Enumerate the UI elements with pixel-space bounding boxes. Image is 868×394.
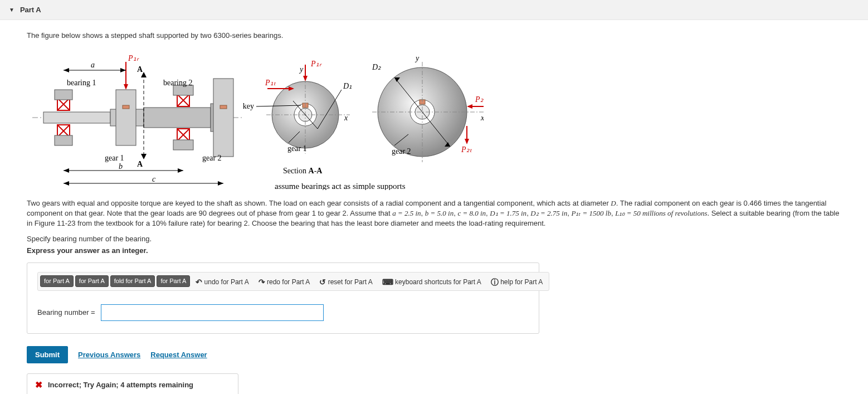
label-key: key <box>243 102 254 110</box>
toolbar: for Part A for Part A fold for Part A fo… <box>37 272 549 291</box>
label-x2: x <box>480 114 484 122</box>
redo-icon: ↷ <box>259 278 265 286</box>
label-p1r-side: P₁ᵣ <box>128 54 139 62</box>
label-section: Section A-A <box>283 167 323 175</box>
svg-rect-1 <box>43 112 110 123</box>
svg-rect-3 <box>144 108 211 128</box>
svg-marker-37 <box>64 181 69 186</box>
svg-marker-34 <box>64 168 69 173</box>
label-d2: D₂ <box>372 63 381 71</box>
express-text: Express your answer as an integer. <box>27 246 841 255</box>
help-icon: ⓘ <box>491 278 499 286</box>
label-y1: y <box>299 65 304 74</box>
previous-answers-link[interactable]: Previous Answers <box>78 351 140 359</box>
svg-marker-26 <box>124 84 128 90</box>
for-parta-button[interactable]: for Part A <box>157 275 190 287</box>
input-row: Bearing number = <box>37 304 529 321</box>
svg-rect-17 <box>116 90 136 145</box>
label-A-top: A <box>137 65 143 74</box>
label-p2t: P₂ₜ <box>461 145 472 154</box>
svg-marker-38 <box>218 181 223 186</box>
intro-text: The figure below shows a stepped shaft s… <box>27 31 841 40</box>
label-y2: y <box>415 54 420 62</box>
feedback-box: ✖ Incorrect; Try Again; 4 attempts remai… <box>27 373 238 394</box>
label-d1: D₁ <box>343 82 352 90</box>
label-p1t: P₁ₜ <box>265 79 276 87</box>
label-c: c <box>152 175 156 183</box>
fold-button[interactable]: fold for Part A <box>110 275 155 287</box>
answer-box: for Part A for Part A fold for Part A fo… <box>27 262 539 334</box>
part-header[interactable]: ▼ Part A <box>0 0 868 20</box>
input-label: Bearing number = <box>37 308 95 317</box>
svg-rect-20 <box>220 105 227 109</box>
label-gear2-sec: gear 2 <box>392 147 411 155</box>
label-gear1-sec: gear 1 <box>287 144 307 153</box>
svg-marker-48 <box>303 76 308 81</box>
label-assume: assume bearings act as simple supports <box>275 182 406 190</box>
label-bearing2: bearing 2 <box>163 79 192 87</box>
symbols-button[interactable]: for Part A <box>75 275 109 287</box>
label-bearing1: bearing 1 <box>67 79 96 87</box>
label-gear1-side: gear 1 <box>105 154 124 162</box>
label-p2r: P₂ᵣ <box>475 95 484 104</box>
label-a: a <box>91 61 95 69</box>
label-x1: x <box>344 114 348 122</box>
request-answer-link[interactable]: Request Answer <box>150 351 207 359</box>
collapse-triangle-icon[interactable]: ▼ <box>9 7 14 13</box>
feedback-message: Incorrect; Try Again; 4 attempts remaini… <box>48 381 193 389</box>
reset-icon: ↺ <box>319 278 326 286</box>
label-gear2-side: gear 2 <box>202 154 222 162</box>
label-b: b <box>119 162 123 171</box>
svg-marker-35 <box>178 168 183 173</box>
keyboard-button[interactable]: ⌨ keyboard shortcuts for Part A <box>378 275 485 288</box>
svg-marker-28 <box>141 154 147 159</box>
templates-button[interactable]: for Part A <box>40 275 74 287</box>
svg-marker-65 <box>465 139 469 144</box>
svg-rect-19 <box>213 79 233 157</box>
undo-button[interactable]: ↶ undo for Part A <box>192 275 252 288</box>
svg-marker-63 <box>467 104 472 109</box>
content-area: The figure below shows a stepped shaft s… <box>0 20 868 394</box>
submit-button[interactable]: Submit <box>27 346 68 363</box>
label-A-bot: A <box>137 160 143 168</box>
redo-button[interactable]: ↷ redo for Part A <box>255 275 314 288</box>
part-title: Part A <box>20 6 41 14</box>
specify-text: Specify bearing number of the bearing. <box>27 235 841 243</box>
svg-marker-31 <box>64 68 69 72</box>
incorrect-icon: ✖ <box>35 380 42 390</box>
undo-icon: ↶ <box>196 278 202 286</box>
keyboard-icon: ⌨ <box>382 278 393 286</box>
svg-rect-24 <box>173 140 193 150</box>
svg-rect-18 <box>123 105 129 109</box>
bearing-number-input[interactable] <box>101 304 324 321</box>
actions-row: Submit Previous Answers Request Answer <box>27 346 841 363</box>
figure: bearing 1 bearing 2 gear 1 gear 2 P₁ᵣ A … <box>27 45 841 192</box>
svg-rect-22 <box>55 135 72 145</box>
label-p1r-sec: P₁ᵣ <box>310 60 322 68</box>
svg-rect-21 <box>55 90 72 100</box>
help-button[interactable]: ⓘ help for Part A <box>487 275 547 288</box>
problem-text: Two gears with equal and opposite torque… <box>27 198 841 229</box>
svg-marker-32 <box>120 68 126 72</box>
figure-svg: bearing 1 bearing 2 gear 1 gear 2 P₁ᵣ A … <box>27 45 484 192</box>
reset-button[interactable]: ↺ reset for Part A <box>315 275 376 288</box>
